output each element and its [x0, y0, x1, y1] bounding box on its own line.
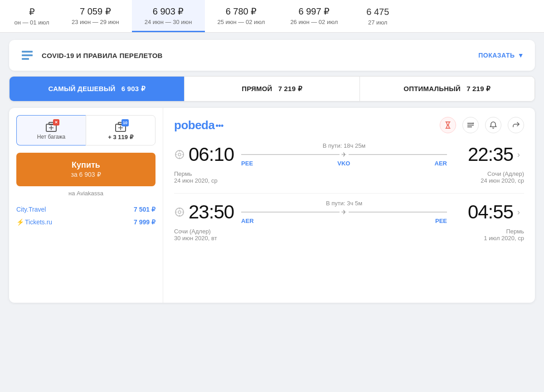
date-tab-dates-1: 23 июн — 29 июн — [72, 19, 119, 25]
aviakassa-label: на Aviakassa — [68, 190, 103, 197]
date-tab-dates-0: он — 01 июл — [14, 19, 49, 26]
covid-show-button[interactable]: ПОКАЗАТЬ ▼ — [478, 52, 524, 59]
svg-rect-1 — [22, 54, 33, 56]
flight2-depart-time: 23:50 — [189, 201, 234, 223]
alt-price-name-1[interactable]: ⚡Tickets.ru — [16, 218, 52, 226]
airline-actions — [440, 117, 524, 133]
flight1-row: 06:10 В пути: 18ч 25м ✈ PEE VKO AER 22:3… — [174, 142, 524, 167]
filter-tab-optimal-price: 7 219 ₽ — [466, 85, 491, 92]
alt-price-value-1: 7 999 ₽ — [134, 218, 155, 226]
filter-tab-optimal[interactable]: ОПТИМАЛЬНЫЙ 7 219 ₽ — [360, 77, 534, 101]
alt-prices: City.Travel 7 501 ₽ ⚡Tickets.ru 7 999 ₽ — [16, 203, 155, 228]
main-card: ✕ Нет багажа 10 + 3 119 ₽ Купи — [9, 108, 535, 303]
baggage-tab-with-baggage[interactable]: 10 + 3 119 ₽ — [86, 115, 155, 145]
buy-label: Купить — [21, 160, 151, 170]
baggage-bag-icon-wrapper: 10 — [114, 120, 127, 132]
covid-banner-left: COVID-19 И ПРАВИЛА ПЕРЕЛЕТОВ — [20, 48, 163, 63]
buy-sublabel: за 6 903 ₽ — [21, 170, 151, 179]
covid-banner: COVID-19 И ПРАВИЛА ПЕРЕЛЕТОВ ПОКАЗАТЬ ▼ — [9, 40, 535, 71]
filter-tab-direct[interactable]: ПРЯМОЙ 7 219 ₽ — [185, 77, 359, 101]
date-tab-dates-4: 26 июн — 02 июл — [290, 19, 338, 25]
compass-icon-flight2 — [174, 207, 185, 218]
baggage-tab-no-baggage[interactable]: ✕ Нет багажа — [16, 115, 86, 145]
covid-dropdown-icon: ▼ — [518, 52, 524, 59]
flight2-expand-chevron[interactable]: › — [513, 208, 524, 217]
no-baggage-x: ✕ — [53, 119, 59, 126]
alt-price-row-0: City.Travel 7 501 ₽ — [16, 203, 155, 216]
baggage-no-label: Нет багажа — [37, 134, 66, 140]
date-tab-price-5: 6 475 — [366, 7, 389, 17]
flight2-middle: В пути: 3ч 5м ✈ AER PEE — [234, 200, 454, 224]
buy-button[interactable]: Купить за 6 903 ₽ — [16, 153, 155, 186]
svg-point-17 — [178, 153, 181, 156]
flight1-depart-time: 06:10 — [189, 144, 234, 165]
flight2-arrive-city: Пермь — [465, 228, 524, 235]
lightning-icon: ⚡ — [16, 218, 24, 226]
bell-icon-button[interactable] — [485, 117, 501, 133]
flight2-depart-info: Сочи (Адлер) 30 июн 2020, вт — [174, 228, 233, 242]
date-tab-partial-left[interactable]: ₽ он — 01 июл — [5, 0, 59, 32]
filter-tab-cheapest[interactable]: САМЫЙ ДЕШЕВЫЙ 6 903 ₽ — [10, 77, 185, 101]
filter-tab-cheapest-price: 6 903 ₽ — [121, 85, 146, 92]
flight1-middle: В пути: 18ч 25м ✈ PEE VKO AER — [234, 142, 454, 167]
date-tab-price-2: 6 903 ₽ — [153, 6, 184, 17]
bell-svg — [489, 121, 498, 130]
flight1-line-wrapper: ✈ — [241, 151, 447, 158]
date-tab-dates-2: 24 июн — 30 июн — [145, 19, 192, 25]
baggage-num-badge: 10 — [121, 119, 129, 126]
flight2-row: 23:50 В пути: 3ч 5м ✈ AER PEE 04:55 › — [174, 200, 524, 224]
filter-list-svg — [466, 121, 475, 130]
filter-tab-direct-label: ПРЯМОЙ — [242, 85, 272, 92]
flight1-duration: В пути: 18ч 25м — [323, 142, 366, 149]
date-tab-3[interactable]: 6 780 ₽ 25 июн — 02 июл — [205, 0, 278, 32]
date-tabs-bar: ₽ он — 01 июл 7 059 ₽ 23 июн — 29 июн 6 … — [0, 0, 544, 33]
flight1-depart-info: Пермь 24 июн 2020, ср — [174, 170, 233, 184]
flight1-arrive: 22:35 — [454, 144, 513, 165]
date-tab-partial-right[interactable]: 6 475 27 июл — [350, 0, 405, 32]
date-tab-price-3: 6 780 ₽ — [226, 6, 257, 17]
airline-name: pobeda — [174, 118, 214, 132]
flight2-arrive-info: Пермь 1 июл 2020, ср — [465, 228, 524, 242]
covid-action-label: ПОКАЗАТЬ — [478, 52, 515, 59]
date-tab-dates-5: 27 июл — [368, 19, 387, 26]
flight2-line-right — [349, 212, 447, 213]
flight1-airport-from: PEE — [241, 160, 253, 167]
filter-list-icon-button[interactable] — [462, 117, 479, 133]
alt-price-name-0[interactable]: City.Travel — [16, 206, 46, 213]
flight2-arrive-date: 1 июл 2020, ср — [465, 235, 524, 242]
flight2-depart: 23:50 — [174, 201, 234, 223]
flight2-depart-city: Сочи (Адлер) — [174, 228, 233, 235]
filter-tab-optimal-label: ОПТИМАЛЬНЫЙ — [403, 85, 461, 92]
left-panel: ✕ Нет багажа 10 + 3 119 ₽ Купи — [9, 108, 163, 303]
date-tab-price-0: ₽ — [29, 6, 35, 17]
filter-tabs: САМЫЙ ДЕШЕВЫЙ 6 903 ₽ ПРЯМОЙ 7 219 ₽ ОПТ… — [9, 76, 535, 102]
hourglass-icon-button[interactable] — [440, 117, 456, 133]
flight2-line-wrapper: ✈ — [241, 208, 447, 216]
share-icon-button[interactable] — [508, 117, 524, 133]
date-tab-4[interactable]: 6 997 ₽ 26 июн — 02 июл — [277, 0, 350, 32]
flight1-expand-chevron[interactable]: › — [513, 150, 524, 160]
flight2-airports: AER PEE — [241, 218, 447, 224]
right-panel: pobeda••• — [163, 108, 535, 303]
flight2-airport-from: AER — [241, 218, 253, 224]
date-tab-2[interactable]: 6 903 ₽ 24 июн — 30 июн — [132, 0, 205, 32]
flight2-line-left — [241, 212, 340, 213]
airline-logo: pobeda••• — [174, 118, 223, 132]
svg-rect-2 — [22, 58, 29, 60]
filter-tab-cheapest-label: САМЫЙ ДЕШЕВЫЙ — [49, 85, 116, 92]
flight1-depart: 06:10 — [174, 144, 234, 165]
covid-text: COVID-19 И ПРАВИЛА ПЕРЕЛЕТОВ — [42, 52, 163, 59]
date-tab-1[interactable]: 7 059 ₽ 23 июн — 29 июн — [59, 0, 132, 32]
plane-icon-flight1: ✈ — [341, 151, 347, 158]
airline-dots: ••• — [215, 121, 223, 130]
airline-row: pobeda••• — [174, 117, 524, 133]
flight-divider — [174, 193, 524, 194]
plane-icon-flight2: ✈ — [341, 208, 347, 216]
hourglass-svg — [443, 121, 452, 130]
flight1-line-left — [241, 154, 340, 155]
filter-tab-direct-price: 7 219 ₽ — [278, 85, 302, 92]
date-tab-dates-3: 25 июн — 02 июл — [218, 19, 265, 25]
date-tab-price-1: 7 059 ₽ — [80, 6, 111, 17]
svg-rect-0 — [22, 51, 33, 53]
flight2-info-sub: Сочи (Адлер) 30 июн 2020, вт Пермь 1 июл… — [174, 228, 524, 242]
